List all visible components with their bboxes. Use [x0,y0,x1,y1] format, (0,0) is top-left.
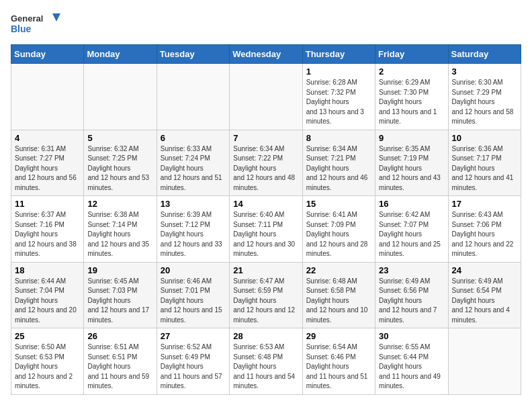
calendar-cell: 18 Sunrise: 6:44 AM Sunset: 7:04 PM Dayl… [11,262,84,328]
day-number: 19 [87,265,152,275]
day-header-wednesday: Wednesday [230,45,302,64]
day-number: 8 [306,133,371,143]
day-number: 15 [306,199,371,209]
calendar-cell [448,328,521,395]
day-number: 12 [87,199,152,209]
calendar-cell: 30 Sunrise: 6:55 AM Sunset: 6:44 PM Dayl… [375,328,448,395]
day-info: Sunrise: 6:29 AM Sunset: 7:30 PM Dayligh… [379,78,444,127]
day-info: Sunrise: 6:46 AM Sunset: 7:01 PM Dayligh… [161,277,226,326]
day-info: Sunrise: 6:35 AM Sunset: 7:19 PM Dayligh… [379,144,444,193]
day-number: 30 [379,331,444,341]
calendar-cell: 24 Sunrise: 6:49 AM Sunset: 6:54 PM Dayl… [448,262,521,328]
day-info: Sunrise: 6:28 AM Sunset: 7:32 PM Dayligh… [306,78,371,127]
day-header-thursday: Thursday [302,45,375,64]
day-header-saturday: Saturday [448,45,521,64]
svg-text:Blue: Blue [11,24,32,34]
day-info: Sunrise: 6:41 AM Sunset: 7:09 PM Dayligh… [306,210,371,259]
calendar-cell: 8 Sunrise: 6:34 AM Sunset: 7:21 PM Dayli… [302,130,375,196]
calendar-cell: 25 Sunrise: 6:50 AM Sunset: 6:53 PM Dayl… [11,328,84,395]
day-info: Sunrise: 6:47 AM Sunset: 6:59 PM Dayligh… [233,277,298,326]
svg-marker-2 [52,13,60,21]
day-header-tuesday: Tuesday [157,45,229,64]
day-number: 18 [15,265,80,275]
day-info: Sunrise: 6:36 AM Sunset: 7:17 PM Dayligh… [452,144,517,193]
calendar-cell [11,64,84,130]
calendar-cell [84,64,157,130]
day-info: Sunrise: 6:38 AM Sunset: 7:14 PM Dayligh… [87,210,152,259]
calendar-cell: 28 Sunrise: 6:53 AM Sunset: 6:48 PM Dayl… [230,328,302,395]
calendar-cell [230,64,302,130]
day-number: 16 [379,199,444,209]
day-number: 17 [452,199,517,209]
day-info: Sunrise: 6:37 AM Sunset: 7:16 PM Dayligh… [15,210,80,259]
day-number: 1 [306,66,371,77]
day-header-sunday: Sunday [11,45,84,64]
day-number: 14 [233,199,298,209]
day-info: Sunrise: 6:54 AM Sunset: 6:46 PM Dayligh… [306,342,371,392]
day-info: Sunrise: 6:34 AM Sunset: 7:21 PM Dayligh… [306,144,371,193]
day-number: 23 [379,265,444,275]
day-number: 9 [379,133,444,143]
day-info: Sunrise: 6:49 AM Sunset: 6:56 PM Dayligh… [379,277,444,326]
calendar-week-3: 18 Sunrise: 6:44 AM Sunset: 7:04 PM Dayl… [11,262,521,328]
calendar-week-1: 4 Sunrise: 6:31 AM Sunset: 7:27 PM Dayli… [11,130,521,196]
calendar-cell: 23 Sunrise: 6:49 AM Sunset: 6:56 PM Dayl… [375,262,448,328]
day-info: Sunrise: 6:34 AM Sunset: 7:22 PM Dayligh… [233,144,298,193]
day-number: 20 [161,265,226,275]
day-info: Sunrise: 6:49 AM Sunset: 6:54 PM Dayligh… [452,277,517,326]
calendar-cell: 15 Sunrise: 6:41 AM Sunset: 7:09 PM Dayl… [302,196,375,263]
calendar-cell: 26 Sunrise: 6:51 AM Sunset: 6:51 PM Dayl… [84,328,157,395]
day-number: 11 [15,199,80,209]
calendar-cell: 7 Sunrise: 6:34 AM Sunset: 7:22 PM Dayli… [230,130,302,196]
calendar-cell: 4 Sunrise: 6:31 AM Sunset: 7:27 PM Dayli… [11,130,84,196]
day-info: Sunrise: 6:44 AM Sunset: 7:04 PM Dayligh… [15,277,80,326]
calendar-week-0: 1 Sunrise: 6:28 AM Sunset: 7:32 PM Dayli… [11,64,521,130]
day-number: 5 [87,133,152,143]
calendar-cell: 17 Sunrise: 6:43 AM Sunset: 7:06 PM Dayl… [448,196,521,263]
day-info: Sunrise: 6:50 AM Sunset: 6:53 PM Dayligh… [15,342,80,392]
day-number: 22 [306,265,371,275]
calendar-week-4: 25 Sunrise: 6:50 AM Sunset: 6:53 PM Dayl… [11,328,521,395]
day-info: Sunrise: 6:51 AM Sunset: 6:51 PM Dayligh… [87,342,152,392]
calendar-cell: 14 Sunrise: 6:40 AM Sunset: 7:11 PM Dayl… [230,196,302,263]
day-number: 28 [233,331,298,341]
day-info: Sunrise: 6:31 AM Sunset: 7:27 PM Dayligh… [15,144,80,193]
calendar-cell: 20 Sunrise: 6:46 AM Sunset: 7:01 PM Dayl… [157,262,229,328]
day-info: Sunrise: 6:43 AM Sunset: 7:06 PM Dayligh… [452,210,517,259]
calendar-cell: 11 Sunrise: 6:37 AM Sunset: 7:16 PM Dayl… [11,196,84,263]
day-header-friday: Friday [375,45,448,64]
day-number: 2 [379,66,444,77]
calendar-cell: 21 Sunrise: 6:47 AM Sunset: 6:59 PM Dayl… [230,262,302,328]
day-info: Sunrise: 6:42 AM Sunset: 7:07 PM Dayligh… [379,210,444,259]
svg-text:General: General [11,13,43,24]
calendar-cell: 27 Sunrise: 6:52 AM Sunset: 6:49 PM Dayl… [157,328,229,395]
day-info: Sunrise: 6:32 AM Sunset: 7:25 PM Dayligh… [87,144,152,193]
day-number: 25 [15,331,80,341]
day-number: 6 [161,133,226,143]
day-number: 24 [452,265,517,275]
day-number: 4 [15,133,80,143]
calendar-cell: 19 Sunrise: 6:45 AM Sunset: 7:03 PM Dayl… [84,262,157,328]
day-info: Sunrise: 6:52 AM Sunset: 6:49 PM Dayligh… [161,342,226,392]
day-number: 29 [306,331,371,341]
calendar-cell: 13 Sunrise: 6:39 AM Sunset: 7:12 PM Dayl… [157,196,229,263]
day-info: Sunrise: 6:53 AM Sunset: 6:48 PM Dayligh… [233,342,298,392]
calendar-cell [157,64,229,130]
calendar-cell: 10 Sunrise: 6:36 AM Sunset: 7:17 PM Dayl… [448,130,521,196]
calendar-table: SundayMondayTuesdayWednesdayThursdayFrid… [11,44,521,395]
day-info: Sunrise: 6:48 AM Sunset: 6:58 PM Dayligh… [306,277,371,326]
day-info: Sunrise: 6:40 AM Sunset: 7:11 PM Dayligh… [233,210,298,259]
day-info: Sunrise: 6:45 AM Sunset: 7:03 PM Dayligh… [87,277,152,326]
calendar-cell: 16 Sunrise: 6:42 AM Sunset: 7:07 PM Dayl… [375,196,448,263]
day-info: Sunrise: 6:39 AM Sunset: 7:12 PM Dayligh… [161,210,226,259]
calendar-cell: 22 Sunrise: 6:48 AM Sunset: 6:58 PM Dayl… [302,262,375,328]
general-blue-logo: General Blue [11,11,64,38]
day-number: 7 [233,133,298,143]
calendar-cell: 3 Sunrise: 6:30 AM Sunset: 7:29 PM Dayli… [448,64,521,130]
day-number: 21 [233,265,298,275]
calendar-cell: 5 Sunrise: 6:32 AM Sunset: 7:25 PM Dayli… [84,130,157,196]
calendar-cell: 2 Sunrise: 6:29 AM Sunset: 7:30 PM Dayli… [375,64,448,130]
day-info: Sunrise: 6:55 AM Sunset: 6:44 PM Dayligh… [379,342,444,392]
calendar-cell: 29 Sunrise: 6:54 AM Sunset: 6:46 PM Dayl… [302,328,375,395]
day-number: 10 [452,133,517,143]
